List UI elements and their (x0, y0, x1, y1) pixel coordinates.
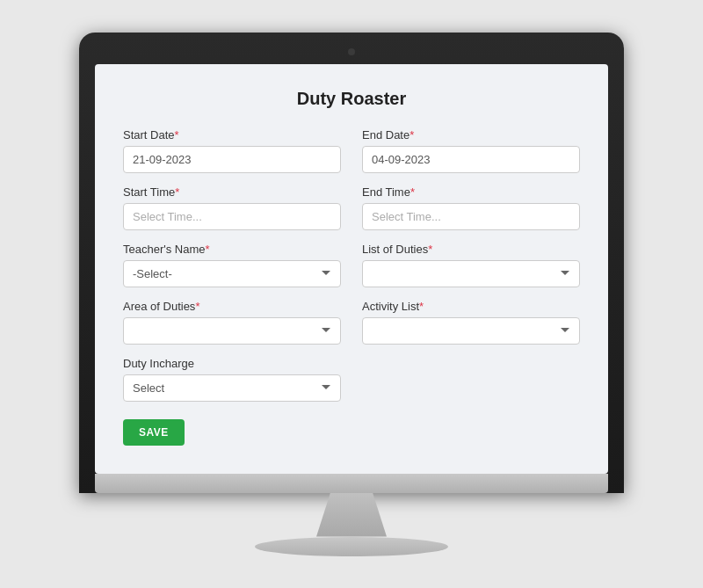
duty-incharge-group: Duty Incharge Select (123, 357, 341, 402)
end-time-label: End Time* (362, 185, 580, 199)
end-date-group: End Date* (362, 128, 580, 173)
area-of-duties-select[interactable] (123, 317, 341, 345)
activity-list-select[interactable] (362, 317, 580, 345)
duty-incharge-label: Duty Incharge (123, 357, 341, 370)
page-title: Duty Roaster (123, 89, 580, 109)
monitor-screen: Duty Roaster Start Date* End Date* (95, 64, 608, 474)
form-grid: Start Date* End Date* Start Time* (123, 128, 580, 446)
area-of-duties-group: Area of Duties* (123, 300, 341, 345)
monitor-stand-neck (316, 493, 387, 537)
duty-incharge-select[interactable]: Select (123, 374, 341, 402)
start-date-label: Start Date* (123, 128, 341, 142)
activity-list-group: Activity List* (362, 300, 580, 345)
start-time-input[interactable] (123, 203, 341, 230)
teacher-name-group: Teacher's Name* -Select- (123, 243, 341, 287)
save-button[interactable]: SAVE (123, 419, 185, 446)
area-of-duties-label: Area of Duties* (123, 300, 341, 313)
teacher-name-select[interactable]: -Select- (123, 260, 341, 287)
monitor-frame: Duty Roaster Start Date* End Date* (79, 33, 624, 493)
list-of-duties-select[interactable] (362, 260, 580, 287)
monitor-stand-base (255, 537, 448, 556)
teacher-name-label: Teacher's Name* (123, 243, 341, 256)
monitor-wrapper: Duty Roaster Start Date* End Date* (79, 33, 624, 556)
start-date-input[interactable] (123, 146, 341, 173)
start-time-label: Start Time* (123, 185, 341, 199)
activity-list-label: Activity List* (362, 300, 580, 313)
list-of-duties-group: List of Duties* (362, 243, 580, 287)
start-time-group: Start Time* (123, 185, 341, 230)
empty-cell (362, 357, 580, 402)
save-row: SAVE (123, 419, 580, 446)
end-time-input[interactable] (362, 203, 580, 230)
end-time-group: End Time* (362, 185, 580, 230)
monitor-bottom-bar (95, 474, 608, 493)
end-date-input[interactable] (362, 146, 580, 173)
list-of-duties-label: List of Duties* (362, 243, 580, 256)
start-date-group: Start Date* (123, 128, 341, 173)
monitor-camera (348, 48, 355, 55)
end-date-label: End Date* (362, 128, 580, 142)
